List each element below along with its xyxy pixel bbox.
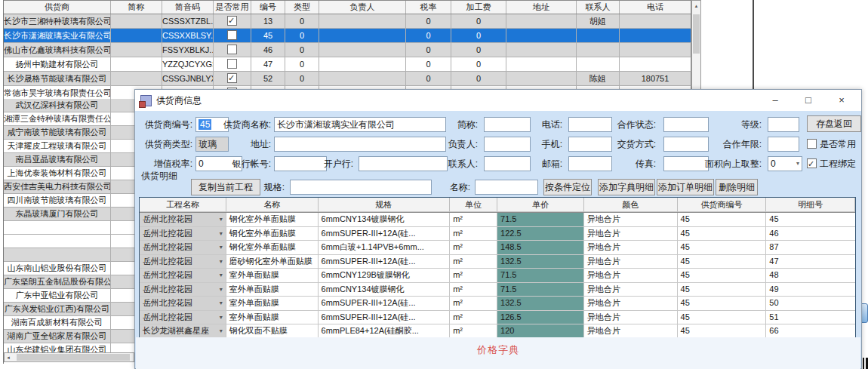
list-item[interactable]: 南昌亚晶玻璃有限公司: [4, 153, 134, 167]
detail-row[interactable]: ▾岳州北控花园室外单面贴膜6mmSUPER-III+12A(硅...m²132.…: [140, 297, 855, 311]
delivery-method-field[interactable]: [663, 137, 709, 152]
column-header[interactable]: 简音码: [162, 1, 214, 14]
common-flag-cell[interactable]: [214, 14, 251, 29]
project-name-combobox[interactable]: ▾长沙龙湖祺鑫星座: [140, 324, 226, 339]
add-order-detail-button[interactable]: 添加订单明细: [657, 179, 714, 195]
list-item[interactable]: 天津耀皮工程玻璃有限公司: [4, 140, 134, 153]
common-flag-cell[interactable]: [214, 72, 251, 86]
common-use-checkbox[interactable]: 是否常用: [807, 137, 856, 152]
project-name-combobox[interactable]: ▾岳州北控花园: [140, 269, 226, 283]
list-item[interactable]: 广东中亚铝业有限公司: [4, 289, 134, 303]
email-field[interactable]: [568, 156, 612, 171]
checkbox-checked-icon[interactable]: [227, 16, 237, 26]
table-row[interactable]: 长沙市潇湘玻璃实业有限公司CSSXXBLSY...45000: [4, 29, 691, 43]
project-name-combobox[interactable]: ▾岳州北控花园: [140, 283, 226, 297]
detail-row[interactable]: ▾岳州北控花园室外单面贴膜6mmCNY134镀膜钢化m²71.5异地合片4549: [140, 283, 855, 297]
supplier-table-vertical-scrollbar[interactable]: ▲: [691, 0, 701, 99]
project-name-combobox[interactable]: ▾岳州北控花园: [140, 311, 226, 325]
scroll-left-icon[interactable]: ◄: [6, 353, 11, 362]
list-item[interactable]: 武汉亿深科技有限公司: [4, 99, 134, 112]
table-row[interactable]: 扬州中勤建材有限公司YZZQJCYXGS47000: [4, 57, 691, 72]
list-item[interactable]: 广东兴发铝业(江西)有限公司: [4, 303, 134, 316]
common-flag-cell[interactable]: [214, 29, 251, 43]
list-item[interactable]: 咸宁南玻节能玻璃有限公司: [4, 126, 134, 140]
detail-row[interactable]: ▾岳州北控花园钢化室外单面贴膜6mm白玻+1.14PVB+6mm...m²148…: [140, 241, 855, 255]
list-item[interactable]: 山东华建铝业集团有限公司: [4, 343, 134, 352]
checkbox-icon[interactable]: [227, 30, 237, 40]
detail-row[interactable]: ▾岳州北控花园磨砂钢化室外单面贴膜6mmSUPER-III+12A(硅...m²…: [140, 255, 855, 269]
maximize-button[interactable]: □: [792, 90, 825, 111]
column-header[interactable]: 明细号: [766, 198, 855, 212]
project-name-combobox[interactable]: ▾岳州北控花园: [140, 255, 226, 269]
column-header[interactable]: 税率: [406, 1, 451, 14]
save-return-button[interactable]: 存盘返回: [807, 115, 861, 132]
column-header[interactable]: 单位: [450, 198, 497, 212]
column-header[interactable]: 负责人: [319, 1, 406, 14]
column-header[interactable]: 颜色: [584, 198, 678, 212]
area-roundup-combobox[interactable]: ▾0: [768, 156, 802, 171]
column-header[interactable]: 规格: [319, 198, 451, 212]
column-header[interactable]: 编号: [251, 1, 285, 14]
coop-status-field[interactable]: [663, 117, 709, 132]
checkbox-checked-icon[interactable]: [807, 158, 817, 168]
coop-years-field[interactable]: [768, 137, 799, 152]
list-item[interactable]: 四川南玻节能玻璃有限公司: [4, 194, 134, 208]
close-button[interactable]: ×: [825, 90, 858, 111]
list-item[interactable]: 东晶玻璃厦门有限公司: [4, 208, 134, 221]
list-item[interactable]: 山东南山铝业股份有限公司: [4, 262, 134, 275]
dialog-titlebar[interactable]: 供货商信息 – □ ×: [135, 90, 861, 111]
common-flag-cell[interactable]: [214, 43, 251, 57]
list-item-empty[interactable]: [4, 235, 134, 248]
column-header[interactable]: 供货商: [4, 1, 111, 14]
list-item[interactable]: 西安佳吉美电力科技有限公司: [4, 180, 134, 194]
table-row[interactable]: 佛山市亿鑫玻璃科技有限公司FSSYXBLKJ...46000: [4, 43, 691, 57]
checkbox-icon[interactable]: [227, 45, 237, 54]
project-name-combobox[interactable]: ▾岳州北控花园: [140, 241, 226, 255]
list-item[interactable]: 湘潭三金特种玻璃有限责任公司: [4, 112, 134, 126]
detail-row[interactable]: ▾长沙龙湖祺鑫星座钢化双面不贴膜6mmPLE84+12A(硅酮胶...m²120…: [140, 324, 855, 339]
column-header[interactable]: 电话: [620, 1, 691, 14]
column-header[interactable]: 加工费: [451, 1, 506, 14]
list-item-empty[interactable]: [4, 221, 134, 235]
address-field[interactable]: [274, 137, 446, 152]
column-header[interactable]: 联系人: [577, 1, 620, 14]
delete-detail-button[interactable]: 删除明细: [716, 179, 758, 195]
scroll-up-icon[interactable]: ▲: [692, 1, 700, 11]
table-row[interactable]: 长沙晟格节能玻璃有限公司CSSGJNBLYXGS52000陈姐180751: [4, 72, 691, 86]
list-item-empty[interactable]: [4, 248, 134, 262]
project-bind-checkbox[interactable]: 工程绑定: [807, 156, 856, 171]
column-header[interactable]: 简称: [111, 1, 162, 14]
spec-filter-field[interactable]: [290, 180, 432, 195]
detail-row[interactable]: ▾岳州北控花园室外单面贴膜6mmSUPER-III+12A(硅...m²126.…: [140, 311, 855, 325]
column-header[interactable]: 是否常用: [214, 1, 251, 14]
name-filter-field[interactable]: [475, 180, 538, 195]
column-header[interactable]: 供货商编号: [678, 198, 767, 212]
column-header[interactable]: 地址: [506, 1, 577, 14]
scrollbar-thumb[interactable]: [17, 354, 130, 361]
project-name-combobox[interactable]: ▾岳州北控花园: [140, 227, 226, 241]
list-item[interactable]: 湖南广亚全铝家居有限公司: [4, 330, 134, 343]
list-item[interactable]: 广东坚朗五金制品股份有限公司: [4, 275, 134, 289]
column-header[interactable]: 类型: [285, 1, 319, 14]
project-name-combobox[interactable]: ▾岳州北控花园: [140, 213, 226, 227]
column-header[interactable]: 工程名称: [140, 198, 226, 212]
checkbox-icon[interactable]: [807, 139, 817, 149]
add-dictionary-detail-button[interactable]: 添加字典明细: [598, 179, 655, 195]
grade-field[interactable]: [768, 117, 799, 132]
list-item[interactable]: 湖南百成新材料有限公司: [4, 316, 134, 330]
column-header[interactable]: 单价: [497, 198, 584, 212]
supplier-name-field[interactable]: 长沙市潇湘玻璃实业有限公司: [274, 117, 446, 132]
project-name-combobox[interactable]: ▾岳州北控花园: [140, 297, 226, 311]
column-header[interactable]: 名称: [226, 198, 319, 212]
scrollbar-thumb[interactable]: [693, 14, 700, 54]
detail-row[interactable]: ▾岳州北控花园钢化室外单面贴膜6mmSUPER-III+12A(硅...m²12…: [140, 227, 855, 241]
checkbox-checked-icon[interactable]: [227, 73, 237, 83]
minimize-button[interactable]: –: [759, 90, 792, 111]
detail-row[interactable]: ▾岳州北控花园室外单面贴膜6mmCNY129B镀膜钢化m²71.5异地合片454…: [140, 269, 855, 283]
supplier-list-horizontal-scrollbar[interactable]: ◄: [4, 352, 134, 362]
locate-by-condition-button[interactable]: 按条件定位: [543, 179, 592, 195]
common-flag-cell[interactable]: [214, 57, 251, 72]
checkbox-icon[interactable]: [227, 59, 237, 69]
detail-row[interactable]: ▾岳州北控花园钢化室外单面贴膜6mmCNY134镀膜钢化m²71.5异地合片45…: [140, 213, 855, 227]
table-row[interactable]: 长沙市三湘特种玻璃有限公司CSSSXTZBL...13000胡姐: [4, 14, 691, 29]
